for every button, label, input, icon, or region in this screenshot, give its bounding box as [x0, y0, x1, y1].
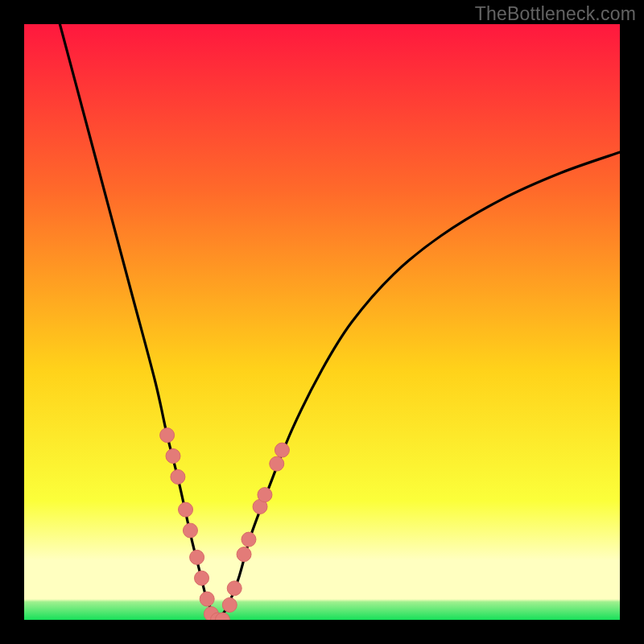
data-marker — [200, 592, 214, 606]
plot-area — [24, 24, 620, 620]
data-marker — [258, 488, 272, 502]
data-marker — [195, 571, 209, 585]
data-marker — [183, 523, 197, 538]
chart-frame: TheBottleneck.com — [0, 0, 644, 644]
data-marker — [270, 456, 284, 471]
data-marker — [222, 598, 237, 613]
data-marker — [237, 547, 251, 562]
data-marker — [275, 443, 289, 457]
data-marker — [190, 550, 204, 564]
data-marker — [179, 502, 193, 517]
data-marker — [171, 469, 185, 484]
gradient-background — [24, 24, 620, 620]
watermark-text: TheBottleneck.com — [475, 3, 636, 25]
data-marker — [166, 449, 180, 464]
data-marker — [227, 581, 242, 596]
data-marker — [242, 532, 256, 547]
plot-svg — [24, 24, 620, 620]
data-marker — [160, 428, 175, 443]
